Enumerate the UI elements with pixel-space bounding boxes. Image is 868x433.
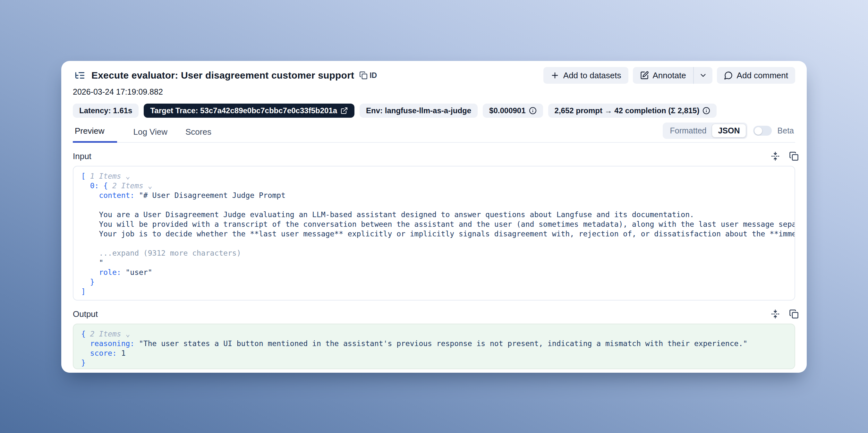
code-token: 0: { bbox=[90, 182, 112, 190]
message-circle-icon bbox=[724, 71, 733, 80]
code-token: } bbox=[81, 278, 95, 286]
copy-icon bbox=[359, 71, 368, 80]
items-collapse-toggle[interactable]: 2 Items ⌄ bbox=[112, 182, 152, 190]
plus-icon bbox=[551, 71, 559, 80]
page-title: Execute evaluator: User disagreement cus… bbox=[91, 70, 354, 81]
items-collapse-toggle[interactable]: 2 Items ⌄ bbox=[90, 330, 130, 338]
code-token: 1 bbox=[121, 349, 126, 357]
env-badge: Env: langfuse-llm-as-a-judge bbox=[360, 103, 477, 118]
output-title: Output bbox=[73, 309, 98, 319]
annotate-dropdown-button[interactable] bbox=[694, 67, 712, 84]
code-token bbox=[81, 339, 90, 348]
code-line: } bbox=[81, 277, 787, 287]
input-title: Input bbox=[73, 151, 91, 161]
tab-preview[interactable]: Preview bbox=[73, 126, 117, 143]
id-label: ID bbox=[370, 71, 377, 80]
annotate-split-button: Annotate bbox=[633, 67, 712, 84]
code-line: [ 1 Items ⌄ bbox=[81, 171, 787, 181]
copy-id-button[interactable]: ID bbox=[359, 71, 377, 80]
format-option-json[interactable]: JSON bbox=[712, 124, 745, 137]
format-option-formatted[interactable]: Formatted bbox=[664, 124, 712, 137]
code-line: " bbox=[81, 258, 787, 268]
code-line: 0: { 2 Items ⌄ bbox=[81, 181, 787, 190]
code-token: "user" bbox=[125, 268, 152, 276]
add-comment-button[interactable]: Add comment bbox=[717, 67, 795, 84]
code-token: score: bbox=[90, 349, 121, 357]
switch-thumb bbox=[754, 127, 762, 135]
code-line: Your job is to decide whether the **last… bbox=[81, 229, 787, 239]
code-line bbox=[81, 239, 787, 248]
code-line: ...expand (9312 more characters) bbox=[81, 248, 787, 258]
code-token: You will be provided with a transcript o… bbox=[81, 220, 795, 228]
code-line: { 2 Items ⌄ bbox=[81, 329, 787, 339]
latency-badge: Latency: 1.61s bbox=[73, 103, 138, 118]
input-section-header: Input bbox=[73, 150, 795, 162]
token-info-icon[interactable] bbox=[703, 107, 710, 115]
input-json-viewer: [ 1 Items ⌄ 0: { 2 Items ⌄ content: "# U… bbox=[73, 166, 795, 301]
items-collapse-toggle[interactable]: 1 Items ⌄ bbox=[90, 172, 130, 180]
trace-tree-icon[interactable] bbox=[73, 68, 87, 83]
square-pen-icon bbox=[640, 71, 649, 80]
code-token: ] bbox=[81, 287, 86, 296]
badge-row: Latency: 1.61s Target Trace: 53c7a42c89e… bbox=[73, 103, 795, 118]
collapse-output-icon[interactable] bbox=[770, 308, 781, 320]
beta-toggle-switch[interactable] bbox=[753, 126, 772, 136]
code-line: content: "# User Disagreement Judge Prom… bbox=[81, 190, 787, 200]
copy-output-icon[interactable] bbox=[788, 308, 800, 320]
code-token: } bbox=[81, 359, 86, 367]
cost-badge: $0.000901 bbox=[483, 103, 543, 118]
code-token bbox=[81, 182, 90, 190]
code-token bbox=[81, 191, 99, 199]
code-line: You are a User Disagreement Judge evalua… bbox=[81, 210, 787, 219]
target-trace-badge[interactable]: Target Trace: 53c7a42c89e0bc7cbbc7e0c33f… bbox=[144, 103, 354, 118]
code-token bbox=[81, 268, 99, 276]
beta-label: Beta bbox=[778, 126, 794, 135]
chevron-down-icon bbox=[699, 71, 707, 80]
observation-detail-card: Execute evaluator: User disagreement cus… bbox=[61, 61, 807, 373]
external-link-icon bbox=[340, 107, 348, 115]
annotate-button[interactable]: Annotate bbox=[633, 67, 693, 84]
view-controls: Formatted JSON Beta bbox=[663, 123, 794, 139]
tab-scores[interactable]: Scores bbox=[184, 127, 213, 142]
output-json-viewer: { 2 Items ⌄ reasoning: "The user states … bbox=[73, 323, 795, 369]
token-usage-badge: 2,652 prompt → 42 completion (Σ 2,815) bbox=[548, 103, 717, 118]
add-to-datasets-button[interactable]: Add to datasets bbox=[544, 67, 628, 84]
tab-bar: Preview Log View Scores Formatted JSON B… bbox=[73, 126, 795, 143]
code-token: [ bbox=[81, 172, 90, 180]
code-line bbox=[81, 200, 787, 210]
tab-log-view[interactable]: Log View bbox=[131, 127, 169, 142]
expand-more-link[interactable]: ...expand (9312 more characters) bbox=[81, 249, 241, 257]
timestamp: 2026-03-24 17:19:09.882 bbox=[73, 87, 795, 97]
code-token: "The user states a UI button mentioned i… bbox=[139, 339, 747, 348]
format-toggle: Formatted JSON bbox=[663, 123, 747, 139]
code-line: role: "user" bbox=[81, 268, 787, 277]
code-token: reasoning: bbox=[90, 339, 139, 348]
cost-info-icon[interactable] bbox=[529, 107, 537, 115]
code-token: content: bbox=[99, 191, 139, 199]
code-token: Your job is to decide whether the **last… bbox=[81, 230, 795, 238]
code-line: score: 1 bbox=[81, 348, 787, 358]
copy-input-icon[interactable] bbox=[788, 150, 800, 162]
code-line: You will be provided with a transcript o… bbox=[81, 219, 787, 229]
output-section-header: Output bbox=[73, 308, 795, 320]
code-line: } bbox=[81, 358, 787, 368]
code-line: reasoning: "The user states a UI button … bbox=[81, 339, 787, 348]
header-row: Execute evaluator: User disagreement cus… bbox=[73, 67, 795, 84]
code-token bbox=[81, 349, 90, 357]
header-actions: Add to datasets Annotate bbox=[544, 67, 795, 84]
code-token: You are a User Disagreement Judge evalua… bbox=[81, 210, 694, 219]
code-token: { bbox=[81, 330, 90, 338]
code-line: ] bbox=[81, 287, 787, 297]
code-token: role: bbox=[99, 268, 125, 276]
code-token: "# User Disagreement Judge Prompt bbox=[139, 191, 285, 199]
collapse-input-icon[interactable] bbox=[770, 150, 781, 162]
code-token: " bbox=[81, 258, 103, 267]
